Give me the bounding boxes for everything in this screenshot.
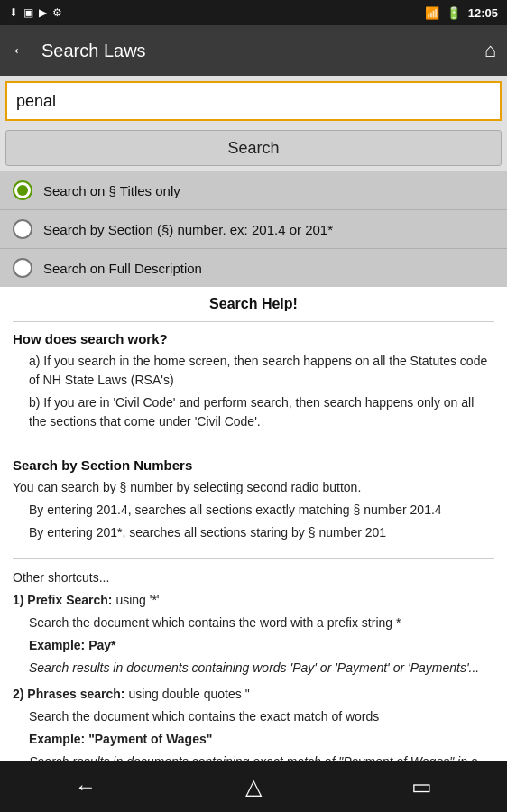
- title-bar: ← Search Laws ⌂: [0, 25, 507, 76]
- section-numbers-intro: You can search by § number by selecting …: [13, 478, 494, 497]
- radio-label-titles: Search on § Titles only: [43, 183, 180, 198]
- radio-inner-titles: [17, 185, 28, 196]
- download-icon: ⬇: [9, 6, 18, 19]
- radio-option-full[interactable]: Search on Full Description: [0, 249, 507, 287]
- page-title: Search Laws: [41, 41, 474, 61]
- nav-home-button[interactable]: △: [227, 767, 280, 807]
- help-header: Search Help!: [0, 287, 507, 318]
- prefix-desc: Search the document which contains the w…: [29, 614, 494, 632]
- search-input[interactable]: [5, 81, 502, 121]
- clock: 12:05: [468, 6, 498, 20]
- status-bar: ⬇ ▣ ▶ ⚙ 📶 🔋 12:05: [0, 0, 507, 25]
- phrases-bold: 2) Phrases search:: [13, 687, 125, 701]
- radio-option-titles[interactable]: Search on § Titles only: [0, 171, 507, 210]
- search-input-container: [0, 76, 507, 126]
- search-button[interactable]: Search: [5, 130, 502, 166]
- nav-recent-button[interactable]: ▭: [393, 767, 450, 807]
- play-icon: ▶: [39, 6, 47, 19]
- status-right: 📶 🔋 12:05: [425, 6, 498, 20]
- shortcuts-header: Other shortcuts...: [13, 568, 494, 587]
- radio-label-section: Search by Section (§) number. ex: 201.4 …: [43, 222, 333, 237]
- how-it-works-title: How does search work?: [13, 331, 494, 346]
- how-it-works-block: How does search work? a) If you search i…: [0, 326, 507, 444]
- section-line2: By entering 201*, searches all sections …: [29, 523, 494, 542]
- content-area: Search Help! How does search work? a) If…: [0, 287, 507, 767]
- radio-option-section[interactable]: Search by Section (§) number. ex: 201.4 …: [0, 210, 507, 249]
- divider-1: [13, 321, 494, 322]
- back-button[interactable]: ←: [11, 39, 31, 62]
- divider-3: [13, 558, 494, 559]
- prefix-bold: 1) Prefix Search:: [13, 593, 113, 607]
- status-icons-left: ⬇ ▣ ▶ ⚙: [9, 6, 62, 19]
- radio-circle-titles: [13, 180, 32, 200]
- phrases-suffix: using double quotes ": [125, 687, 250, 701]
- section-numbers-title: Search by Section Numbers: [13, 457, 494, 473]
- settings-icon: ⚙: [52, 6, 62, 19]
- section-numbers-block: Search by Section Numbers You can search…: [0, 452, 507, 555]
- divider-2: [13, 448, 494, 448]
- shortcuts-block: Other shortcuts... 1) Prefix Search: usi…: [0, 563, 507, 767]
- phrases-title: 2) Phrases search: using double quotes ": [13, 685, 494, 704]
- prefix-title: 1) Prefix Search: using '*': [13, 591, 494, 610]
- home-button[interactable]: ⌂: [484, 39, 496, 62]
- prefix-example-desc: Search results in documents containing w…: [29, 659, 494, 678]
- phrases-desc: Search the document which contains the e…: [29, 707, 494, 726]
- paragraph-b: b) If you are in 'Civil Code' and perfor…: [29, 393, 494, 431]
- paragraph-a: a) If you search in the home screen, the…: [29, 352, 494, 390]
- section-line1: By entering 201.4, searches all sections…: [29, 501, 494, 520]
- tablet-icon: ▣: [23, 6, 33, 19]
- bottom-nav: ← △ ▭: [0, 761, 507, 812]
- nav-back-button[interactable]: ←: [57, 767, 115, 807]
- phrases-example-label: Example: "Payment of Wages": [29, 730, 494, 749]
- radio-circle-full: [13, 258, 32, 278]
- radio-circle-section: [13, 219, 32, 239]
- radio-options: Search on § Titles only Search by Sectio…: [0, 171, 507, 287]
- search-button-container: Search: [0, 126, 507, 171]
- wifi-icon: 📶: [425, 6, 439, 20]
- prefix-suffix: using '*': [113, 593, 160, 607]
- radio-label-full: Search on Full Description: [43, 261, 202, 276]
- prefix-example-label: Example: Pay*: [29, 636, 494, 655]
- battery-icon: 🔋: [447, 6, 461, 20]
